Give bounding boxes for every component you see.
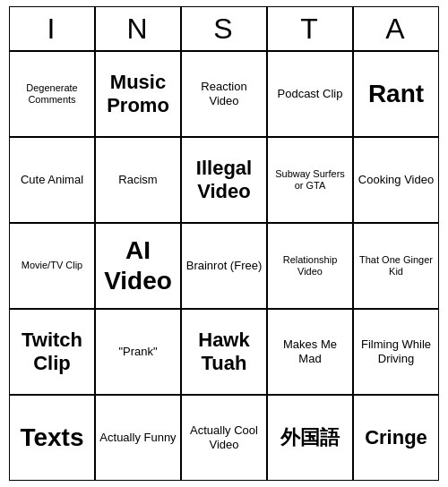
header-letter: I (9, 6, 95, 51)
bingo-cell[interactable]: Subway Surfers or GTA (267, 137, 353, 223)
bingo-cell[interactable]: Racism (95, 137, 181, 223)
header-letter: T (267, 6, 353, 51)
bingo-cell[interactable]: Makes Me Mad (267, 309, 353, 395)
bingo-cell[interactable]: Twitch Clip (9, 309, 95, 395)
bingo-cell[interactable]: Movie/TV Clip (9, 223, 95, 309)
header-letter: N (95, 6, 181, 51)
bingo-cell[interactable]: "Prank" (95, 309, 181, 395)
bingo-cell[interactable]: Degenerate Comments (9, 51, 95, 137)
bingo-grid: Degenerate CommentsMusic PromoReaction V… (9, 51, 439, 481)
bingo-cell[interactable]: Cute Animal (9, 137, 95, 223)
bingo-cell[interactable]: Cringe (353, 395, 439, 481)
bingo-cell[interactable]: Texts (9, 395, 95, 481)
bingo-cell[interactable]: Reaction Video (181, 51, 267, 137)
bingo-cell[interactable]: Brainrot (Free) (181, 223, 267, 309)
bingo-cell[interactable]: Cooking Video (353, 137, 439, 223)
bingo-cell[interactable]: Actually Cool Video (181, 395, 267, 481)
bingo-header: INSTA (9, 6, 439, 51)
bingo-cell[interactable]: Music Promo (95, 51, 181, 137)
bingo-cell[interactable]: Rant (353, 51, 439, 137)
header-letter: S (181, 6, 267, 51)
bingo-cell[interactable]: 外国語 (267, 395, 353, 481)
bingo-cell[interactable]: Filming While Driving (353, 309, 439, 395)
bingo-cell[interactable]: That One Ginger Kid (353, 223, 439, 309)
bingo-cell[interactable]: AI Video (95, 223, 181, 309)
bingo-cell[interactable]: Illegal Video (181, 137, 267, 223)
bingo-cell[interactable]: Podcast Clip (267, 51, 353, 137)
header-letter: A (353, 6, 439, 51)
bingo-cell[interactable]: Relationship Video (267, 223, 353, 309)
bingo-cell[interactable]: Hawk Tuah (181, 309, 267, 395)
bingo-cell[interactable]: Actually Funny (95, 395, 181, 481)
bingo-card: INSTA Degenerate CommentsMusic PromoReac… (9, 6, 439, 481)
